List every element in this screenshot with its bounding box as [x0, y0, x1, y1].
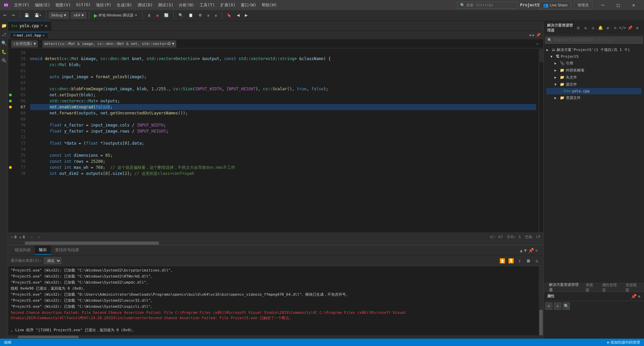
editor-horizontal-scroll[interactable] [8, 241, 543, 245]
output-scrollbar-thumb[interactable] [539, 310, 543, 335]
function-dropdown[interactable]: detect(cv::Mat & image, cv::dnn::Net & n… [43, 41, 176, 47]
output-horizontal-scroll[interactable] [8, 335, 543, 339]
toolbar-save-all[interactable]: 💾+ [33, 12, 43, 18]
toolbar-save[interactable]: 💾 [22, 12, 31, 18]
menu-debug[interactable]: 调试(D) [135, 1, 156, 9]
admin-button[interactable]: 管理员 [574, 1, 592, 9]
maximize-button[interactable]: □ [610, 0, 626, 10]
scope-dropdown[interactable]: (全局范围) ▼ [11, 41, 38, 47]
output-pin-icon[interactable]: 📌 [528, 248, 534, 253]
tree-source-files[interactable]: ▼ 📁 源文件 [546, 81, 641, 88]
prop-icon-1[interactable]: ⊞ [545, 302, 552, 310]
solution-root[interactable]: ▶ 🗂 解决方案'Project5'(1 个项目/共 1 个) [546, 46, 641, 53]
code-editor[interactable]: ⊟void detect(cv::Mat &image, cv::dnn::Ne… [28, 48, 539, 233]
activity-extension-icon[interactable]: 🔌 [1, 57, 7, 64]
tab-close-yolo[interactable]: × [45, 23, 47, 29]
toolbar-misc-3[interactable]: ⚙ [197, 12, 204, 18]
menu-analyze[interactable]: 分析(N) [176, 1, 197, 9]
se-icon-code[interactable]: </> [619, 24, 626, 31]
toolbar-align-right[interactable]: ≡ [213, 12, 219, 18]
se-icon-home[interactable]: ⌂ [590, 24, 596, 31]
se-icon-close[interactable]: × [634, 24, 641, 31]
menu-extensions[interactable]: 扩展(X) [218, 1, 238, 9]
output-icon-1[interactable]: ⏫ [498, 257, 506, 264]
properties-close[interactable]: × [638, 294, 641, 299]
status-ready[interactable]: 就绪 [3, 340, 13, 345]
se-icon-4[interactable]: ⚙ [612, 24, 619, 31]
se-icon-pin[interactable]: 📌 [627, 24, 633, 31]
activity-search-icon[interactable]: 🔍 [1, 40, 7, 46]
output-scroll-down[interactable]: ▼ [524, 248, 527, 253]
scroll-code-icon[interactable]: ⟵ [535, 42, 540, 46]
tree-external-deps[interactable]: ▶ 📁 外部依赖项 [546, 67, 641, 74]
toolbar-redo[interactable]: ↪ [10, 12, 17, 18]
menu-build[interactable]: 生成(B) [114, 1, 135, 9]
output-scrollbar[interactable] [539, 266, 543, 335]
prop-icon-2[interactable]: ≡ [554, 302, 561, 310]
solution-search-box[interactable]: 🔍 搜索解决方案资源管理器(Ctrl+;) [545, 37, 643, 44]
properties-pin[interactable]: 📌 [631, 294, 637, 299]
toolbar-bookmark-prev[interactable]: ◀ [235, 12, 241, 18]
output-close-icon[interactable]: ✕ [535, 248, 538, 253]
output-icon-3[interactable]: ↕ [516, 257, 523, 264]
output-icon-2[interactable]: ⏬ [507, 257, 515, 264]
tab-mat-inl-hpp[interactable]: H mat.inl.hpp × [11, 32, 48, 38]
tree-resource-files[interactable]: ▶ 📁 资源文件 [546, 94, 641, 101]
run-button[interactable]: ▶ 本地 Windows 调试器 ▼ [92, 12, 140, 19]
toolbar-misc-2[interactable]: 📋 [186, 12, 195, 18]
output-h-thumb[interactable] [18, 336, 78, 338]
menu-test[interactable]: 测试(S) [155, 1, 176, 9]
nav-back[interactable]: ◀ [28, 234, 35, 241]
close-button[interactable]: ✕ [626, 0, 641, 10]
stop-button[interactable]: ■ [154, 12, 161, 18]
activity-solution-icon[interactable]: 📁 [1, 22, 7, 29]
tab-pin-icon[interactable]: 📌 [536, 33, 541, 37]
tab-arrow-right[interactable]: ▶ [532, 33, 535, 37]
se-icon-sync[interactable]: ⇄ [604, 24, 611, 31]
menu-edit[interactable]: 编辑(E) [32, 1, 53, 9]
menu-window[interactable]: 窗口(W) [238, 1, 259, 9]
output-icon-5[interactable]: ↻ [533, 257, 541, 264]
tab-yolo-cpp[interactable]: C++ yolo.cpp * × [8, 21, 51, 31]
toolbar-bookmark-next[interactable]: ▶ [243, 12, 250, 18]
menu-project[interactable]: 项目(P) [93, 1, 114, 9]
se-icon-2[interactable]: ↻ [582, 24, 589, 31]
prop-icon-3[interactable]: 🔍 [562, 302, 570, 310]
title-search[interactable]: 🔍 搜索 (Ctrl+Q) [457, 2, 518, 9]
editor-scrollbar[interactable] [539, 48, 543, 233]
toolbar-bookmark[interactable]: 🔖 [225, 12, 233, 18]
menu-help[interactable]: 帮助(H) [259, 1, 280, 9]
nav-forward[interactable]: ▶ [36, 234, 43, 241]
toolbar-undo[interactable]: ↩ [1, 12, 8, 18]
restart-button[interactable]: 🔄 [162, 12, 171, 18]
build-config-dropdown[interactable]: Debug ▼ [49, 12, 68, 18]
output-tab-find[interactable]: 查找符号结果 [51, 246, 83, 254]
activity-git-icon[interactable]: ⎇ [1, 31, 7, 38]
pause-button[interactable]: ⏸ [145, 12, 153, 18]
minimize-button[interactable]: ─ [595, 0, 610, 10]
se-icon-1[interactable]: ⊟ [575, 24, 582, 31]
se-icon-3[interactable]: 🔔 [597, 24, 604, 31]
output-tab-errors[interactable]: 错误列表 [11, 246, 35, 254]
tab-close-mat[interactable]: × [43, 33, 45, 38]
output-scroll-up[interactable]: ▲ [520, 248, 523, 253]
error-status[interactable]: ✕ 0 [11, 235, 16, 239]
menu-git[interactable]: Git(G) [73, 1, 93, 9]
toolbar-misc-1[interactable]: 🔍 [176, 12, 185, 18]
status-add-to-source[interactable]: ⊕ 添加到源代码管理 [605, 340, 641, 345]
menu-file[interactable]: 文件(F) [11, 1, 32, 9]
output-icon-4[interactable]: ⏹ [525, 257, 532, 264]
tree-references[interactable]: ▶ 📎 引用 [546, 60, 641, 67]
tab-arrow-left[interactable]: ◀ [529, 33, 531, 37]
tree-header-files[interactable]: ▶ 📁 头文件 [546, 74, 641, 81]
menu-tools[interactable]: 工具(T) [197, 1, 218, 9]
scrollbar-thumb[interactable] [539, 49, 543, 62]
menu-view[interactable]: 视图(V) [53, 1, 73, 9]
output-tab-output[interactable]: 输出 [35, 246, 51, 255]
platform-dropdown[interactable]: x64 ▼ [71, 12, 86, 18]
live-share-button[interactable]: 👥 Live Share [539, 1, 571, 9]
toolbar-align-left[interactable]: ≡ [205, 12, 211, 18]
project-node[interactable]: ▼ 🏗 Project5 [546, 53, 641, 60]
activity-debug-icon[interactable]: 🐛 [1, 48, 7, 55]
tree-yolo-cpp[interactable]: C++ yolo.cpp [546, 88, 641, 94]
